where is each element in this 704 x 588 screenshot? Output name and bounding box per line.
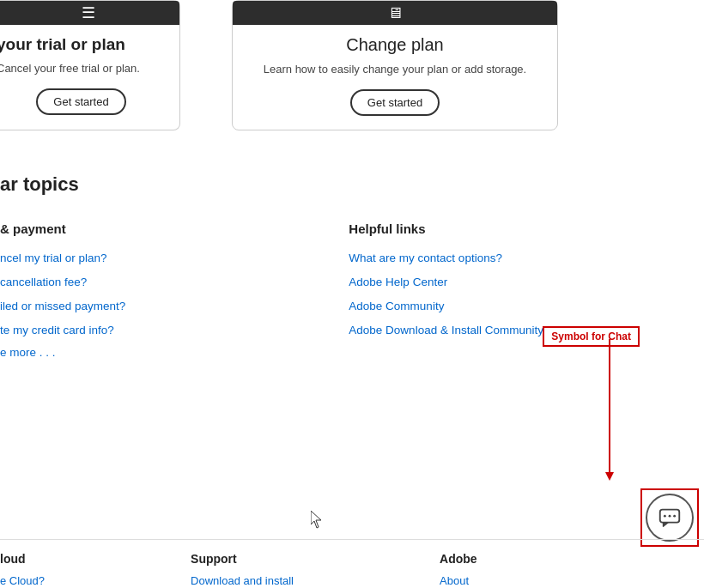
cursor <box>311 511 325 533</box>
helpful-links-heading: Helpful links <box>349 221 543 236</box>
chat-button[interactable] <box>646 494 694 542</box>
footer-cloud-column: loud e Cloud? <box>0 552 45 588</box>
list-item[interactable]: What are my contact options? <box>349 250 543 265</box>
chat-annotation-label: Symbol for Chat <box>543 326 640 347</box>
footer-adobe-column: Adobe About <box>440 552 477 588</box>
list-item[interactable]: Adobe Community <box>349 298 543 313</box>
card-left-icon: ☰ <box>82 3 95 22</box>
svg-point-3 <box>664 515 666 518</box>
card-right-title: Change plan <box>246 35 543 55</box>
list-item[interactable]: cancellation fee? <box>0 274 125 289</box>
card-right-desc: Learn how to easily change your plan or … <box>246 62 543 77</box>
footer-download-install-link[interactable]: Download and install <box>191 574 294 587</box>
card-left-title: your trial or plan <box>0 35 166 54</box>
billing-payment-list: ncel my trial or plan? cancellation fee?… <box>0 250 125 337</box>
footer: loud e Cloud? Support Download and insta… <box>0 539 704 588</box>
list-item[interactable]: iled or missed payment? <box>0 298 125 313</box>
footer-cloud-link[interactable]: e Cloud? <box>0 574 45 587</box>
svg-point-4 <box>669 515 671 518</box>
card-left-title-text: your trial or plan <box>0 35 125 53</box>
card-right-get-started-button[interactable]: Get started <box>350 89 440 116</box>
list-item[interactable]: te my credit card info? <box>0 322 125 337</box>
card-right-icon: 🖥 <box>387 4 403 22</box>
see-more-link[interactable]: e more . . . <box>0 346 125 359</box>
list-item[interactable]: Adobe Download & Install Community <box>349 322 543 337</box>
billing-payment-heading: & payment <box>0 221 125 236</box>
footer-support-column: Support Download and install <box>191 552 294 588</box>
annotation-arrow <box>567 339 652 511</box>
chat-button-wrapper <box>640 488 699 547</box>
helpful-links-list: What are my contact options? Adobe Help … <box>349 250 543 337</box>
section-title: ar topics <box>0 173 704 196</box>
footer-about-link[interactable]: About <box>440 574 469 587</box>
footer-cloud-heading: loud <box>0 552 45 566</box>
chat-icon <box>657 505 683 530</box>
footer-support-heading: Support <box>191 552 294 566</box>
list-item[interactable]: ncel my trial or plan? <box>0 250 125 265</box>
list-item[interactable]: Adobe Help Center <box>349 274 543 289</box>
helpful-links-column: Helpful links What are my contact option… <box>349 221 543 359</box>
svg-marker-6 <box>311 511 321 528</box>
card-left-get-started-button[interactable]: Get started <box>36 88 125 115</box>
card-left-desc: Cancel your free trial or plan. <box>0 61 166 76</box>
svg-marker-1 <box>605 472 614 481</box>
billing-payment-column: & payment ncel my trial or plan? cancell… <box>0 221 125 359</box>
footer-adobe-heading: Adobe <box>440 552 477 566</box>
svg-point-5 <box>673 515 676 518</box>
